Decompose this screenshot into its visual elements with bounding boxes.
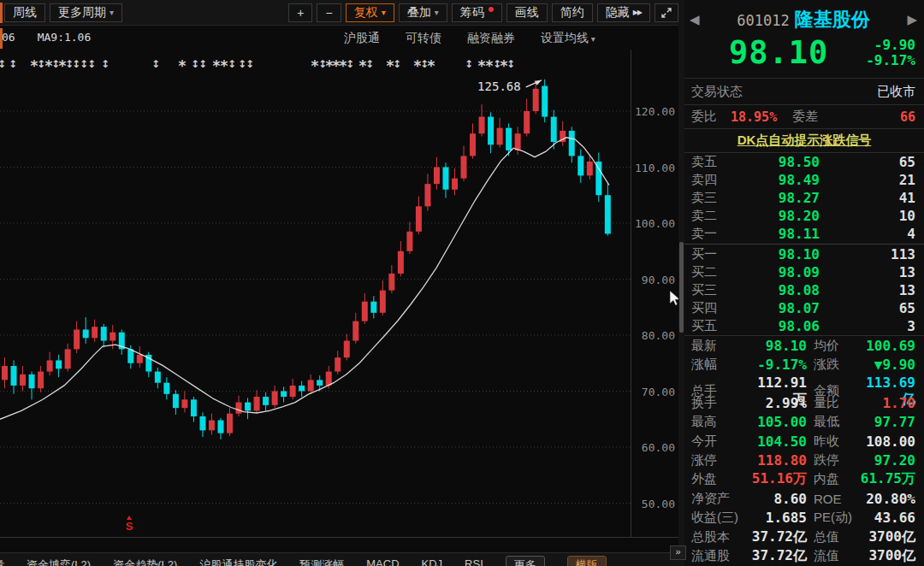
subtoolbar-link[interactable]: 设置均线 ▾ bbox=[541, 31, 595, 46]
detail-label: 涨幅 bbox=[691, 357, 746, 373]
more-indicators-button[interactable]: 更多 bbox=[506, 556, 545, 566]
prev-stock-arrow[interactable]: ◀ bbox=[690, 12, 700, 27]
subtoolbar-link[interactable]: 沪股通 bbox=[344, 31, 380, 46]
detail-value: ▼9.90 bbox=[855, 357, 915, 373]
more-periods-button[interactable]: 更多周期▾ bbox=[50, 3, 122, 22]
y-axis-tick: 100.00 bbox=[635, 217, 675, 230]
weibi-row: 委比 18.95% 委差 66 bbox=[684, 105, 924, 129]
candle-body bbox=[551, 117, 557, 142]
ask-volume: 21 bbox=[820, 172, 915, 188]
chevron-down-icon: ▾ bbox=[589, 34, 595, 44]
bid-price: 98.07 bbox=[731, 300, 820, 316]
ma-legend: 06MA9:1.06 bbox=[2, 31, 113, 44]
detail-row: 涨停118.80跌停97.20 bbox=[684, 451, 924, 469]
zoom-out-button[interactable]: − bbox=[317, 3, 341, 22]
subtoolbar-link[interactable]: 可转债 bbox=[406, 31, 441, 46]
detail-value: 37.72亿 bbox=[746, 547, 807, 565]
dk-signal-link[interactable]: DK点自动提示涨跌信号 bbox=[737, 133, 872, 149]
candle-body bbox=[227, 414, 233, 433]
updown-marker-icon: ↕ bbox=[101, 58, 110, 70]
overlay-button[interactable]: 叠加▾ bbox=[399, 3, 447, 22]
detail-value: 98.10 bbox=[746, 338, 807, 354]
weicha-value: 66 bbox=[900, 109, 915, 125]
candle-body bbox=[388, 274, 394, 291]
ask-label: 卖一 bbox=[691, 226, 731, 242]
last-price: 98.10 bbox=[729, 34, 828, 71]
detail-value: 51.16万 bbox=[746, 470, 807, 488]
ask-volume: 41 bbox=[820, 190, 915, 206]
candle-body bbox=[362, 302, 368, 321]
stock-title: 601012隆基股份 bbox=[700, 7, 908, 32]
indicator-tab-bar: 成交量资金博弈(L2)资金趋势(L2)沪股通持股变化预测涨幅MACDKDJRSI… bbox=[0, 552, 678, 566]
star-marker-icon: * bbox=[213, 57, 221, 74]
detail-value: 43.66 bbox=[855, 510, 915, 526]
detail-value: 37.72亿 bbox=[746, 528, 807, 546]
indicator-tab[interactable]: 预测涨幅 bbox=[299, 557, 344, 566]
status-value: 已收市 bbox=[877, 84, 915, 100]
candle-body bbox=[38, 372, 44, 389]
dk-signal-row: DK点自动提示涨跌信号 bbox=[684, 129, 924, 153]
window-accent-bar bbox=[0, 28, 3, 49]
bid-row[interactable]: 买四98.0765 bbox=[684, 299, 924, 317]
next-stock-arrow[interactable]: ▶ bbox=[907, 12, 917, 27]
indicator-tab[interactable]: 资金博弈(L2) bbox=[27, 557, 91, 566]
detail-value: 3700亿 bbox=[855, 528, 915, 546]
layout-switch-button[interactable]: 横版 bbox=[567, 556, 607, 566]
simple-mode-button[interactable]: 简约 bbox=[552, 3, 593, 22]
detail-value: 97.77 bbox=[855, 414, 915, 430]
candle-body bbox=[452, 179, 458, 190]
bid-row[interactable]: 买五98.063 bbox=[684, 317, 924, 335]
candle-body bbox=[488, 117, 494, 145]
detail-row: 最新98.10均价100.69 bbox=[684, 336, 924, 355]
period-weekly-button[interactable]: 周线 bbox=[4, 3, 45, 22]
candle-body bbox=[479, 117, 485, 134]
candlestick-svg[interactable]: 120.00110.00100.0090.0080.0070.0060.0050… bbox=[0, 0, 678, 556]
ask-label: 卖五 bbox=[691, 154, 731, 170]
price-change: -9.90 -9.17% bbox=[866, 38, 915, 68]
subtoolbar-link[interactable]: 融资融券 bbox=[467, 31, 515, 46]
fullscreen-button[interactable] bbox=[654, 3, 678, 22]
detail-value: 105.00 bbox=[746, 414, 807, 430]
ask-row[interactable]: 卖一98.114 bbox=[684, 225, 924, 243]
kline-chart[interactable]: 120.00110.00100.0090.0080.0070.0060.0050… bbox=[0, 0, 678, 556]
ask-row[interactable]: 卖四98.4921 bbox=[684, 171, 924, 189]
zoom-in-button[interactable]: + bbox=[288, 3, 312, 22]
trade-status-row: 交易状态 已收市 bbox=[684, 79, 924, 105]
indicator-tab[interactable]: KDJ bbox=[422, 557, 443, 566]
updown-marker-icon: ↕ bbox=[0, 58, 6, 70]
indicator-tab[interactable]: 沪股通持股变化 bbox=[199, 557, 277, 566]
ask-row[interactable]: 卖五98.5065 bbox=[684, 153, 924, 171]
indicator-tab-partial[interactable]: 成交量 bbox=[0, 557, 4, 566]
scrollbar-thumb[interactable] bbox=[679, 242, 684, 333]
candle-body bbox=[515, 133, 521, 150]
detail-label: ROE bbox=[807, 492, 855, 506]
candle-body bbox=[47, 360, 53, 371]
bid-row[interactable]: 买一98.10113 bbox=[684, 245, 924, 263]
indicator-tab[interactable]: RSI bbox=[465, 557, 483, 566]
weibi-label: 委比 bbox=[691, 109, 717, 125]
bid-price: 98.10 bbox=[731, 246, 820, 262]
candle-body bbox=[92, 327, 98, 338]
candle-body bbox=[398, 251, 404, 274]
detail-value: 2.99% bbox=[746, 395, 807, 411]
chevron-down-icon: ▾ bbox=[435, 8, 439, 17]
updown-marker-icon: ↕ bbox=[346, 58, 354, 70]
ask-row[interactable]: 卖三98.2741 bbox=[684, 189, 924, 207]
updown-marker-icon: ↕ bbox=[393, 58, 401, 70]
panel-scrollbar[interactable] bbox=[678, 0, 684, 566]
draw-line-button[interactable]: 画线 bbox=[506, 3, 548, 22]
ask-volume: 10 bbox=[820, 208, 915, 224]
bid-row[interactable]: 买三98.0813 bbox=[684, 281, 924, 299]
indicator-tab[interactable]: 资金趋势(L2) bbox=[113, 557, 177, 566]
candle-body bbox=[56, 360, 62, 368]
more-tabs-button[interactable]: » bbox=[670, 545, 686, 560]
hide-button[interactable]: 隐藏▶▶ bbox=[597, 3, 650, 22]
chip-distribution-button[interactable]: 筹码 bbox=[452, 3, 502, 22]
adjust-price-button[interactable]: 复权▾ bbox=[346, 3, 394, 22]
star-marker-icon: * bbox=[478, 57, 486, 74]
ask-label: 卖二 bbox=[691, 208, 731, 224]
bid-row[interactable]: 买二98.0913 bbox=[684, 263, 924, 281]
detail-label: 总股本 bbox=[691, 529, 746, 545]
ask-row[interactable]: 卖二98.2010 bbox=[684, 207, 924, 225]
indicator-tab[interactable]: MACD bbox=[366, 557, 399, 566]
